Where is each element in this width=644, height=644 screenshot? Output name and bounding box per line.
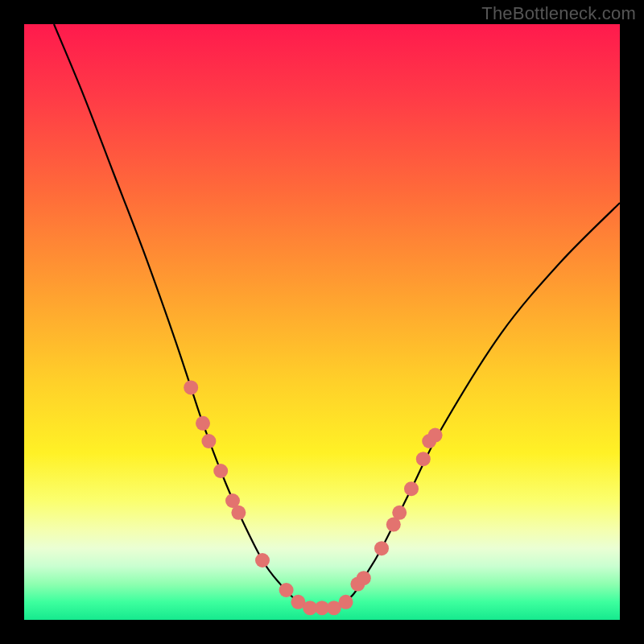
curve-path-group (54, 24, 620, 609)
marker-dot (386, 518, 401, 532)
marker-dot (339, 595, 353, 609)
marker-dot (392, 506, 407, 520)
plot-area (24, 24, 620, 620)
marker-dot (201, 434, 216, 448)
marker-dot (404, 481, 419, 496)
chart-frame: TheBottleneck.com (0, 0, 644, 644)
marker-dot (357, 571, 371, 585)
marker-dot (303, 601, 317, 615)
marker-dot (225, 493, 240, 508)
bottleneck-curve (54, 24, 620, 609)
curve-svg (24, 24, 620, 620)
marker-dot (279, 583, 294, 597)
watermark-text: TheBottleneck.com (481, 3, 636, 24)
marker-dot (291, 595, 305, 609)
marker-dot (416, 452, 431, 466)
marker-dot (327, 601, 341, 615)
marker-dot (350, 577, 365, 592)
marker-dot (213, 464, 228, 478)
marker-dot (315, 601, 329, 615)
marker-dot (374, 541, 389, 555)
marker-dot (255, 553, 270, 568)
marker-dot (184, 380, 198, 394)
marker-dots (184, 380, 442, 615)
marker-dot (422, 434, 436, 448)
marker-dot (428, 428, 443, 443)
marker-dot (231, 506, 246, 520)
marker-dot (196, 416, 210, 431)
